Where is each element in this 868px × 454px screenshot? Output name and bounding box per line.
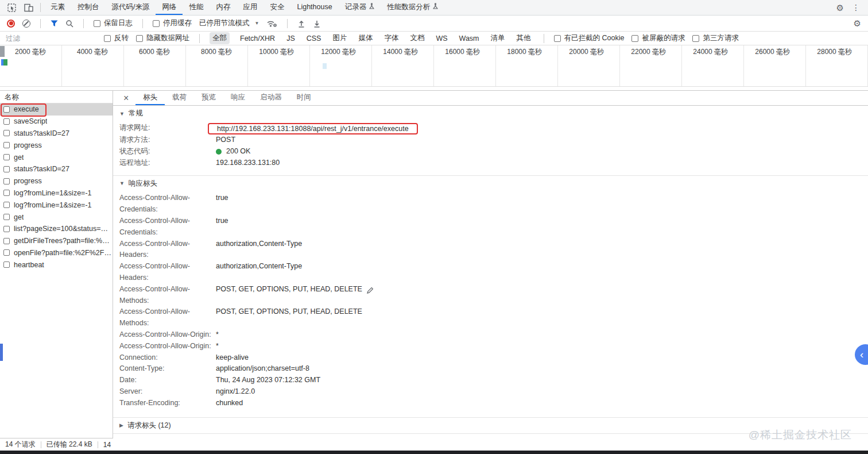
response-headers-title: 响应标头 [129,179,157,188]
request-row[interactable]: status?taskID=27 [0,128,113,140]
request-row[interactable]: progress [0,139,113,151]
device-toolbar-icon[interactable] [21,0,37,15]
request-checkbox[interactable] [3,106,10,113]
tab-sources[interactable]: 源代码/来源 [106,0,156,15]
checkbox-box[interactable] [94,20,100,27]
edit-pencil-icon[interactable] [367,286,374,298]
close-icon[interactable]: × [117,91,135,105]
timeline-tick: 24000 毫秒 [682,45,744,86]
request-row[interactable]: getDirFileTrees?path=file:%2F... [0,235,113,247]
request-checkbox[interactable] [3,238,10,244]
filter-type[interactable]: 图片 [330,32,350,44]
filter-type-all[interactable]: 全部 [210,32,230,44]
inspect-element-icon[interactable] [3,0,20,15]
filter-type[interactable]: Fetch/XHR [237,33,278,44]
request-checkbox[interactable] [3,142,10,148]
checkbox-box[interactable] [136,35,143,42]
timeline-overview[interactable]: 2000 毫秒 4000 毫秒 6000 毫秒 8000 毫秒 10000 毫秒 [0,45,868,91]
import-har-icon[interactable] [297,20,305,28]
network-settings-gear-icon[interactable]: ⚙ [854,19,861,28]
filter-type[interactable]: 字体 [381,32,401,44]
request-row[interactable]: saveScript [0,116,113,128]
tab-initiator[interactable]: 启动器 [253,91,289,105]
export-har-icon[interactable] [313,20,321,28]
third-party-checkbox[interactable]: 第三方请求 [692,33,739,43]
filter-input[interactable] [6,34,96,43]
disable-cache-checkbox[interactable]: 停用缓存 [153,18,192,28]
filter-type[interactable]: 媒体 [355,32,375,44]
filter-type[interactable]: 清单 [488,32,508,44]
blocked-cookies-checkbox[interactable]: 有已拦截的 Cookie [554,33,625,43]
tab-timing[interactable]: 时间 [289,91,319,105]
hide-data-urls-checkbox[interactable]: 隐藏数据网址 [136,33,189,43]
request-row[interactable]: execute [0,103,113,116]
tab-lighthouse[interactable]: Lighthouse [290,0,338,15]
request-checkbox[interactable] [3,166,10,172]
tab-security[interactable]: 安全 [264,0,290,15]
request-checkbox[interactable] [3,178,10,184]
request-row[interactable]: get [0,151,113,163]
request-checkbox[interactable] [3,214,10,220]
checkbox-box[interactable] [153,20,160,27]
checkbox-box[interactable] [104,35,111,42]
request-checkbox[interactable] [3,130,10,136]
general-section-header[interactable]: ▼ 常规 [113,106,868,121]
timeline-tick: 16000 毫秒 [434,45,496,86]
filter-funnel-icon[interactable] [51,20,58,27]
tab-console[interactable]: 控制台 [71,0,106,15]
request-checkbox[interactable] [3,202,10,208]
request-row[interactable]: list?pageSize=100&status=Ru... [0,223,113,235]
tab-network[interactable]: 网络 [156,0,183,15]
tab-headers[interactable]: 标头 [135,91,165,105]
settings-gear-icon[interactable]: ⚙ [836,3,844,12]
blocked-requests-checkbox[interactable]: 被屏蔽的请求 [631,33,685,43]
tab-elements[interactable]: 元素 [44,0,71,15]
request-checkbox[interactable] [3,261,10,268]
request-row[interactable]: progress [0,175,113,187]
request-checkbox[interactable] [3,118,10,125]
timeline-tick-label: 22000 毫秒 [631,47,666,57]
tab-performance[interactable]: 性能 [183,0,210,15]
filter-type[interactable]: Wasm [456,33,482,44]
preserve-log-checkbox[interactable]: 保留日志 [94,18,133,28]
kebab-menu-icon[interactable]: ⋮ [852,3,860,11]
network-conditions-icon[interactable] [266,20,277,28]
blocked-cookies-label: 有已拦截的 Cookie [564,33,625,43]
timeline-tick-label: 28000 毫秒 [817,47,852,57]
request-row[interactable]: get [0,211,113,223]
filter-type[interactable]: WS [433,33,450,44]
request-checkbox[interactable] [3,226,10,232]
clear-network-log-icon[interactable] [22,20,30,28]
request-checkbox[interactable] [3,190,10,196]
search-icon[interactable] [65,20,73,28]
checkbox-box[interactable] [692,35,699,42]
checkbox-box[interactable] [631,35,638,42]
filter-type[interactable]: JS [284,33,298,44]
request-checkbox[interactable] [3,249,10,256]
record-network-log-icon[interactable] [7,20,15,28]
timeline-scrub-handle[interactable] [0,46,5,57]
request-row[interactable]: status?taskID=27 [0,163,113,175]
request-row[interactable]: log?fromLine=1&size=-1 [0,187,113,199]
tab-performance-insights[interactable]: 性能数据分析 [381,0,444,15]
field-name: 请求方法: [119,134,216,146]
tab-preview[interactable]: 预览 [194,91,223,105]
checkbox-box[interactable] [554,35,561,42]
name-column-header[interactable]: 名称 [0,91,113,103]
tab-payload[interactable]: 载荷 [165,91,194,105]
request-checkbox[interactable] [3,154,10,160]
invert-checkbox[interactable]: 反转 [104,33,129,43]
throttling-select[interactable]: 已停用节流模式 ▼ [199,18,259,28]
tab-response[interactable]: 响应 [223,91,253,105]
request-row[interactable]: log?fromLine=1&size=-1 [0,199,113,211]
filter-type[interactable]: 其他 [514,32,534,44]
response-headers-section-header[interactable]: ▼ 响应标头 [113,175,868,191]
request-row[interactable]: openFile?path=file:%2F%2F%2... [0,247,113,259]
filter-type[interactable]: 文档 [407,32,427,44]
request-row[interactable]: heartbeat [0,259,113,271]
header-row: Connection: keep-alive [113,352,868,364]
tab-memory[interactable]: 内存 [210,0,237,15]
tab-recorder[interactable]: 记录器 [339,0,381,15]
tab-application[interactable]: 应用 [237,0,264,15]
filter-type[interactable]: CSS [304,33,324,44]
